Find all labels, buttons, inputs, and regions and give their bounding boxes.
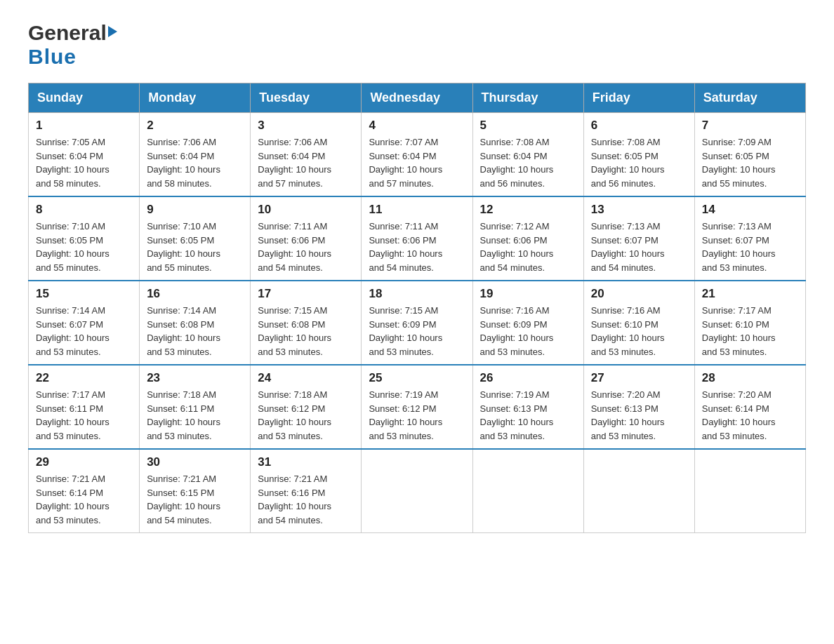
calendar-cell (694, 449, 805, 533)
day-info: Sunrise: 7:10 AM Sunset: 6:05 PM Dayligh… (36, 220, 132, 274)
day-number: 17 (258, 287, 354, 301)
calendar-cell: 11 Sunrise: 7:11 AM Sunset: 6:06 PM Dayl… (362, 196, 472, 281)
day-info: Sunrise: 7:09 AM Sunset: 6:05 PM Dayligh… (702, 135, 798, 190)
day-number: 27 (591, 371, 687, 385)
day-number: 1 (36, 119, 132, 133)
day-info: Sunrise: 7:08 AM Sunset: 6:05 PM Dayligh… (591, 135, 687, 190)
calendar-cell: 8 Sunrise: 7:10 AM Sunset: 6:05 PM Dayli… (29, 196, 140, 281)
logo-blue-text: Blue (28, 45, 77, 69)
day-number: 30 (147, 455, 243, 469)
day-info: Sunrise: 7:13 AM Sunset: 6:07 PM Dayligh… (591, 220, 687, 274)
day-info: Sunrise: 7:11 AM Sunset: 6:06 PM Dayligh… (369, 220, 465, 274)
calendar-cell: 21 Sunrise: 7:17 AM Sunset: 6:10 PM Dayl… (694, 281, 805, 365)
calendar-cell: 6 Sunrise: 7:08 AM Sunset: 6:05 PM Dayli… (583, 113, 694, 197)
day-info: Sunrise: 7:21 AM Sunset: 6:14 PM Dayligh… (36, 472, 132, 527)
day-number: 10 (258, 203, 354, 217)
calendar-cell: 14 Sunrise: 7:13 AM Sunset: 6:07 PM Dayl… (694, 196, 805, 281)
calendar-week-row-2: 8 Sunrise: 7:10 AM Sunset: 6:05 PM Dayli… (29, 196, 806, 281)
day-number: 28 (702, 371, 798, 385)
calendar-cell: 2 Sunrise: 7:06 AM Sunset: 6:04 PM Dayli… (140, 113, 251, 197)
calendar-week-row-3: 15 Sunrise: 7:14 AM Sunset: 6:07 PM Dayl… (29, 281, 806, 365)
calendar-header-row: SundayMondayTuesdayWednesdayThursdayFrid… (29, 83, 806, 113)
calendar-cell: 15 Sunrise: 7:14 AM Sunset: 6:07 PM Dayl… (29, 281, 140, 365)
calendar-cell: 19 Sunrise: 7:16 AM Sunset: 6:09 PM Dayl… (472, 281, 583, 365)
day-number: 2 (147, 119, 243, 133)
day-number: 31 (258, 455, 354, 469)
calendar-header-friday: Friday (583, 83, 694, 113)
logo-triangle-icon (108, 26, 117, 37)
calendar-cell (362, 449, 472, 533)
day-number: 16 (147, 287, 243, 301)
day-info: Sunrise: 7:16 AM Sunset: 6:09 PM Dayligh… (480, 304, 576, 358)
calendar-cell: 12 Sunrise: 7:12 AM Sunset: 6:06 PM Dayl… (472, 196, 583, 281)
calendar-cell: 7 Sunrise: 7:09 AM Sunset: 6:05 PM Dayli… (694, 113, 805, 197)
day-info: Sunrise: 7:12 AM Sunset: 6:06 PM Dayligh… (480, 220, 576, 274)
calendar-cell: 22 Sunrise: 7:17 AM Sunset: 6:11 PM Dayl… (29, 365, 140, 449)
calendar-cell: 13 Sunrise: 7:13 AM Sunset: 6:07 PM Dayl… (583, 196, 694, 281)
calendar-cell: 9 Sunrise: 7:10 AM Sunset: 6:05 PM Dayli… (140, 196, 251, 281)
day-info: Sunrise: 7:11 AM Sunset: 6:06 PM Dayligh… (258, 220, 354, 274)
day-number: 4 (369, 119, 465, 133)
calendar-cell: 18 Sunrise: 7:15 AM Sunset: 6:09 PM Dayl… (362, 281, 472, 365)
calendar-cell: 23 Sunrise: 7:18 AM Sunset: 6:11 PM Dayl… (140, 365, 251, 449)
day-number: 21 (702, 287, 798, 301)
day-number: 6 (591, 119, 687, 133)
day-info: Sunrise: 7:16 AM Sunset: 6:10 PM Dayligh… (591, 304, 687, 358)
day-number: 19 (480, 287, 576, 301)
calendar-week-row-4: 22 Sunrise: 7:17 AM Sunset: 6:11 PM Dayl… (29, 365, 806, 449)
day-number: 7 (702, 119, 798, 133)
day-number: 18 (369, 287, 465, 301)
day-info: Sunrise: 7:19 AM Sunset: 6:12 PM Dayligh… (369, 388, 465, 443)
calendar-cell: 5 Sunrise: 7:08 AM Sunset: 6:04 PM Dayli… (472, 113, 583, 197)
day-info: Sunrise: 7:14 AM Sunset: 6:07 PM Dayligh… (36, 304, 132, 358)
calendar-cell: 29 Sunrise: 7:21 AM Sunset: 6:14 PM Dayl… (29, 449, 140, 533)
logo-general-text: General (28, 21, 107, 45)
day-info: Sunrise: 7:17 AM Sunset: 6:11 PM Dayligh… (36, 388, 132, 443)
day-number: 5 (480, 119, 576, 133)
day-info: Sunrise: 7:15 AM Sunset: 6:08 PM Dayligh… (258, 304, 354, 358)
logo: General Blue (28, 21, 117, 69)
day-info: Sunrise: 7:14 AM Sunset: 6:08 PM Dayligh… (147, 304, 243, 358)
day-number: 13 (591, 203, 687, 217)
calendar-cell: 31 Sunrise: 7:21 AM Sunset: 6:16 PM Dayl… (251, 449, 362, 533)
calendar-cell: 28 Sunrise: 7:20 AM Sunset: 6:14 PM Dayl… (694, 365, 805, 449)
day-info: Sunrise: 7:19 AM Sunset: 6:13 PM Dayligh… (480, 388, 576, 443)
day-info: Sunrise: 7:07 AM Sunset: 6:04 PM Dayligh… (369, 135, 465, 190)
calendar-header-thursday: Thursday (472, 83, 583, 113)
day-number: 9 (147, 203, 243, 217)
day-info: Sunrise: 7:21 AM Sunset: 6:15 PM Dayligh… (147, 472, 243, 527)
calendar-cell: 17 Sunrise: 7:15 AM Sunset: 6:08 PM Dayl… (251, 281, 362, 365)
day-number: 24 (258, 371, 354, 385)
calendar-cell: 27 Sunrise: 7:20 AM Sunset: 6:13 PM Dayl… (583, 365, 694, 449)
day-info: Sunrise: 7:10 AM Sunset: 6:05 PM Dayligh… (147, 220, 243, 274)
day-number: 12 (480, 203, 576, 217)
day-number: 23 (147, 371, 243, 385)
day-number: 25 (369, 371, 465, 385)
calendar-cell: 10 Sunrise: 7:11 AM Sunset: 6:06 PM Dayl… (251, 196, 362, 281)
day-number: 8 (36, 203, 132, 217)
day-info: Sunrise: 7:20 AM Sunset: 6:13 PM Dayligh… (591, 388, 687, 443)
day-info: Sunrise: 7:18 AM Sunset: 6:12 PM Dayligh… (258, 388, 354, 443)
calendar-header-tuesday: Tuesday (251, 83, 362, 113)
day-number: 20 (591, 287, 687, 301)
calendar-header-monday: Monday (140, 83, 251, 113)
day-info: Sunrise: 7:17 AM Sunset: 6:10 PM Dayligh… (702, 304, 798, 358)
day-number: 3 (258, 119, 354, 133)
calendar-cell: 20 Sunrise: 7:16 AM Sunset: 6:10 PM Dayl… (583, 281, 694, 365)
day-info: Sunrise: 7:13 AM Sunset: 6:07 PM Dayligh… (702, 220, 798, 274)
day-info: Sunrise: 7:21 AM Sunset: 6:16 PM Dayligh… (258, 472, 354, 527)
page-header: General Blue (28, 21, 806, 69)
day-number: 14 (702, 203, 798, 217)
day-number: 15 (36, 287, 132, 301)
calendar-header-sunday: Sunday (29, 83, 140, 113)
calendar-cell (472, 449, 583, 533)
calendar-cell: 25 Sunrise: 7:19 AM Sunset: 6:12 PM Dayl… (362, 365, 472, 449)
calendar-cell: 1 Sunrise: 7:05 AM Sunset: 6:04 PM Dayli… (29, 113, 140, 197)
calendar-cell: 26 Sunrise: 7:19 AM Sunset: 6:13 PM Dayl… (472, 365, 583, 449)
calendar-header-saturday: Saturday (694, 83, 805, 113)
calendar-week-row-1: 1 Sunrise: 7:05 AM Sunset: 6:04 PM Dayli… (29, 113, 806, 197)
calendar-cell (583, 449, 694, 533)
day-info: Sunrise: 7:06 AM Sunset: 6:04 PM Dayligh… (147, 135, 243, 190)
calendar-week-row-5: 29 Sunrise: 7:21 AM Sunset: 6:14 PM Dayl… (29, 449, 806, 533)
day-info: Sunrise: 7:05 AM Sunset: 6:04 PM Dayligh… (36, 135, 132, 190)
